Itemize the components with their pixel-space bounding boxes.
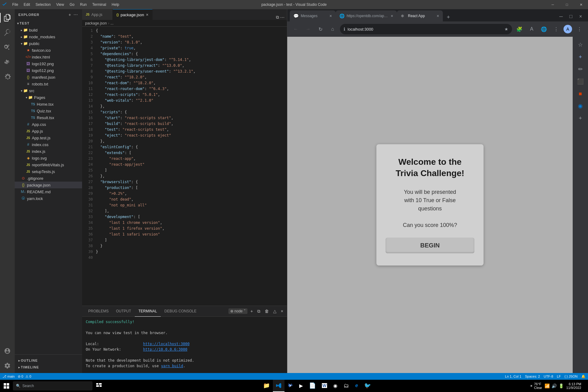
file-quiz-tsx[interactable]: TS Quiz.tsx: [15, 107, 82, 114]
file-result-tsx[interactable]: TS Result.tsx: [15, 114, 82, 121]
file-app-js[interactable]: JS App.js: [15, 128, 82, 134]
collapse-all-button[interactable]: ⋯: [73, 12, 78, 18]
battery-icon[interactable]: 🔋: [559, 383, 564, 388]
file-logo512[interactable]: 🖼 logo512.png: [15, 67, 82, 74]
minimize-browser-btn[interactable]: ─: [556, 12, 566, 21]
tab-app-js[interactable]: JS App.js ×: [82, 9, 113, 20]
feedback-status[interactable]: 🔔: [581, 375, 586, 379]
kill-terminal-icon[interactable]: 🗑: [263, 308, 270, 314]
tab-output[interactable]: OUTPUT: [112, 306, 135, 317]
file-setup-tests[interactable]: JS setupTests.js: [15, 168, 82, 175]
more-actions-icon[interactable]: ⋯: [280, 15, 285, 20]
file-logo192[interactable]: 🖼 logo192.png: [15, 60, 82, 67]
menu-selection[interactable]: Selection: [33, 2, 53, 8]
address-input[interactable]: [348, 27, 502, 32]
translate-btn[interactable]: 🌐: [539, 24, 549, 34]
maximize-button[interactable]: □: [560, 0, 574, 9]
activity-explorer[interactable]: [0, 10, 15, 25]
error-count-status[interactable]: ⊘ 0 ⚠ 0: [18, 375, 31, 379]
spaces-status[interactable]: Spaces: 2: [525, 375, 540, 378]
taskbar-weather[interactable]: ☀ 76°FClear: [530, 382, 542, 390]
menu-run[interactable]: Run: [77, 2, 89, 8]
code-content[interactable]: 12345 678910 1112131415 1617181920 21222…: [82, 27, 287, 306]
activity-extensions[interactable]: [0, 69, 15, 84]
line-ending-status[interactable]: LF: [557, 375, 561, 378]
new-tab-button[interactable]: +: [444, 13, 453, 21]
file-yarn-lock[interactable]: ⦿ yarn.lock: [15, 195, 82, 202]
split-terminal-icon[interactable]: ⧉: [256, 308, 262, 315]
back-button[interactable]: ←: [291, 24, 301, 34]
line-col-status[interactable]: Ln 1, Col 1: [505, 375, 521, 378]
address-bar-wrap[interactable]: ℹ ★: [340, 24, 512, 34]
maximize-panel-icon[interactable]: △: [272, 308, 278, 314]
chrome-more-btn[interactable]: ⋮: [575, 24, 584, 34]
tab-close-icon[interactable]: ×: [104, 12, 107, 17]
encoding-status[interactable]: UTF-8: [544, 375, 553, 378]
extensions-btn[interactable]: 🧩: [514, 24, 524, 34]
menu-file[interactable]: File: [10, 2, 21, 8]
network-icon[interactable]: 📶: [545, 383, 550, 388]
tab-close-icon[interactable]: ×: [391, 13, 393, 18]
close-panel-icon[interactable]: ×: [280, 308, 285, 314]
file-report-web-vitals[interactable]: JS reportWebVitals.js: [15, 161, 82, 168]
taskbar-terminal[interactable]: ▶: [296, 380, 306, 392]
show-desktop-btn[interactable]: [584, 380, 586, 392]
menu-help[interactable]: Help: [109, 2, 122, 8]
menu-edit[interactable]: Edit: [21, 2, 32, 8]
collections-btn[interactable]: ⬛: [575, 76, 586, 87]
browser-tab-react-app[interactable]: ⚛ React App ×: [397, 10, 443, 21]
activity-settings[interactable]: [0, 358, 15, 373]
profile-avatar[interactable]: A: [564, 25, 572, 33]
new-file-button[interactable]: +: [68, 12, 72, 18]
pen-icon-btn[interactable]: ✏: [575, 64, 586, 75]
begin-button[interactable]: BEGIN: [386, 238, 474, 253]
file-package-json[interactable]: {} package.json: [15, 182, 82, 188]
taskbar-notepad[interactable]: 📄: [306, 380, 319, 392]
office-btn[interactable]: ■: [575, 88, 586, 99]
activity-source-control[interactable]: [0, 40, 15, 55]
tab-terminal[interactable]: TERMINAL: [135, 306, 161, 317]
task-view-button[interactable]: [94, 380, 104, 392]
restore-browser-btn[interactable]: □: [566, 12, 576, 21]
add-sidebar-btn[interactable]: +: [575, 113, 586, 124]
browser-tab-opentdb[interactable]: 🌐 https://opentdb.com/api.php?... ×: [336, 10, 397, 21]
activity-run-debug[interactable]: [0, 55, 15, 69]
tab-close-icon[interactable]: ×: [146, 12, 148, 17]
file-app-css[interactable]: # App.css: [15, 121, 82, 128]
minimize-button[interactable]: ─: [546, 0, 560, 9]
folder-public[interactable]: ▾ 📁 public: [15, 40, 82, 47]
tab-problems[interactable]: PROBLEMS: [85, 306, 112, 317]
menu-view[interactable]: View: [54, 2, 66, 8]
language-status[interactable]: { } JSON: [564, 375, 578, 378]
outline-section[interactable]: ▸ OUTLINE: [18, 357, 78, 364]
menu-go[interactable]: Go: [67, 2, 77, 8]
timeline-section[interactable]: ▸ TIMELINE: [18, 364, 78, 371]
taskbar-chrome[interactable]: [285, 380, 296, 392]
code-editor[interactable]: { "name": "test", "version": "0.1.0", "p…: [96, 27, 287, 306]
sidebar-toggle-btn[interactable]: +: [575, 51, 586, 62]
clock[interactable]: 6:13 PM11/9/2022: [566, 382, 581, 390]
file-app-test-js[interactable]: JS App.test.js: [15, 134, 82, 141]
file-robots[interactable]: ≡ robots.txt: [15, 81, 82, 87]
add-terminal-icon[interactable]: +: [249, 308, 254, 314]
project-root[interactable]: ▾ TEST: [15, 20, 82, 27]
menu-terminal[interactable]: Terminal: [90, 2, 108, 8]
browser-tab-messages[interactable]: 💬 Messages ×: [290, 10, 336, 21]
tab-debug-console[interactable]: DEBUG CONSOLE: [161, 306, 200, 317]
file-logo-svg[interactable]: ◈ logo.svg: [15, 155, 82, 161]
local-url[interactable]: http://localhost:3000: [143, 342, 190, 346]
reload-button[interactable]: ↻: [315, 24, 325, 34]
file-index-html[interactable]: </> index.html: [15, 54, 82, 60]
taskbar-explorer[interactable]: 📁: [260, 380, 273, 392]
taskbar-file-explorer2[interactable]: 🗂: [341, 380, 352, 392]
folder-build[interactable]: ▸ 📁 build: [15, 27, 82, 33]
file-favicon[interactable]: ★ favicon.ico: [15, 47, 82, 54]
more-btn[interactable]: ⋮: [551, 24, 561, 34]
tab-close-icon[interactable]: ×: [437, 13, 439, 18]
home-button[interactable]: ⌂: [328, 24, 337, 34]
taskbar-word[interactable]: W: [319, 380, 330, 392]
tab-package-json[interactable]: {} package.json ×: [113, 9, 153, 20]
activity-account[interactable]: [0, 344, 15, 358]
volume-icon[interactable]: 🔊: [552, 383, 557, 388]
file-readme[interactable]: M↓ README.md: [15, 188, 82, 195]
